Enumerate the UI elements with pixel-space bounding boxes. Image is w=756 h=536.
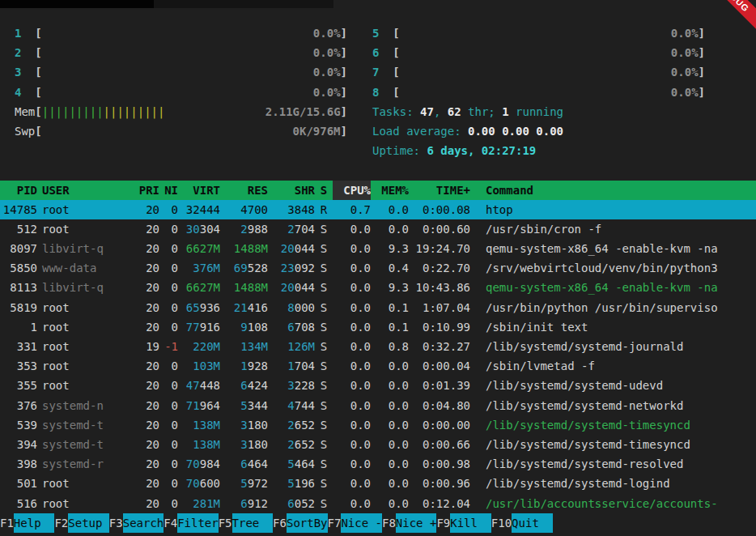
res-cell: 1488M xyxy=(220,278,268,297)
process-row[interactable]: 539systemd-t200138M31802652S0.00.00:00.0… xyxy=(0,415,756,435)
mem-meter-label: Mem xyxy=(15,102,35,121)
pid-cell: 5819 xyxy=(0,298,37,317)
nice-cell: 0 xyxy=(159,239,178,258)
mem-percent-cell: 0.8 xyxy=(371,337,409,356)
window-chrome xyxy=(0,0,756,8)
fkey-F9[interactable]: F9Kill xyxy=(436,513,491,533)
command-cell: /sbin/init text xyxy=(470,317,756,337)
nice-cell: 0 xyxy=(159,356,178,376)
process-row[interactable]: 394systemd-t200138M31802652S0.00.00:00.6… xyxy=(0,435,756,454)
fkey-F2[interactable]: F2Setup xyxy=(54,513,108,533)
fkey-F7[interactable]: F7Nice - xyxy=(328,513,382,533)
virt-cell: 70984 xyxy=(178,454,220,474)
mem-value: 103M xyxy=(193,359,220,372)
column-header-res[interactable]: RES xyxy=(220,181,268,200)
process-row[interactable]: 5819root20065936214168000S0.00.11:07.04/… xyxy=(0,298,756,317)
process-row[interactable]: 5850www-data200376M6952823092S0.00.40:22… xyxy=(0,258,756,278)
column-header-shr[interactable]: SHR xyxy=(268,181,315,200)
mem-value: 134M xyxy=(240,340,268,353)
fkey-F6[interactable]: F6SortBy xyxy=(273,513,327,533)
pid-cell: 353 xyxy=(0,356,37,376)
fkey-key-label: F3 xyxy=(109,513,123,533)
pid-cell: 516 xyxy=(0,494,37,513)
cpu-percent-cell: 0.0 xyxy=(333,356,371,376)
mem-percent-cell: 0.0 xyxy=(371,200,409,219)
process-row[interactable]: 1root2007791691086708S0.00.10:10.99/sbin… xyxy=(0,317,756,337)
column-header-mem[interactable]: MEM% xyxy=(371,181,409,200)
cpu-meter-3-bar xyxy=(42,62,313,82)
shr-cell: 20044 xyxy=(268,239,315,258)
state-cell: S xyxy=(315,258,333,278)
virt-cell: 47448 xyxy=(178,376,220,395)
column-header-user[interactable]: USER xyxy=(37,181,133,200)
fkey-F3[interactable]: F3Search xyxy=(109,513,164,533)
fkey-action-label: Filter xyxy=(177,513,219,533)
time-cell: 0:04.80 xyxy=(409,396,470,415)
meter-open-bracket: [ xyxy=(393,62,399,82)
fkey-F4[interactable]: F4Filter xyxy=(164,513,218,533)
mem-value-mb: 5 xyxy=(240,477,247,490)
shr-cell: 3848 xyxy=(268,200,315,219)
fkey-F8[interactable]: F8Nice + xyxy=(382,513,436,533)
mem-value-kb: 984 xyxy=(200,457,220,470)
mem-value-kb: 912 xyxy=(248,497,268,510)
meter-used-ticks: ||||||||| xyxy=(42,105,104,118)
mem-value-mb: 6 xyxy=(240,497,247,510)
nice-cell: 0 xyxy=(159,415,178,435)
nice-cell: 0 xyxy=(159,454,178,474)
mem-value-kb: 652 xyxy=(295,419,315,432)
state-cell: S xyxy=(315,376,333,395)
column-header-virt[interactable]: VIRT xyxy=(178,181,220,200)
column-header-pid[interactable]: PID xyxy=(0,181,37,200)
process-row[interactable]: 376systemd-n2007196453444744S0.00.00:04.… xyxy=(0,396,756,415)
mem-percent-cell: 0.0 xyxy=(371,494,409,513)
column-header-ni[interactable]: NI xyxy=(159,181,178,200)
priority-cell: 20 xyxy=(133,474,159,493)
process-table-header: PID USER PRI NI VIRT RES SHR S CPU% MEM%… xyxy=(0,181,756,200)
time-cell: 0:00.60 xyxy=(409,219,470,239)
command-cell: qemu-system-x86_64 -enable-kvm -na xyxy=(470,278,756,297)
column-header-pri[interactable]: PRI xyxy=(133,181,159,200)
virt-cell: 220M xyxy=(178,337,220,356)
column-header-cpu-sorted[interactable]: CPU% xyxy=(333,181,371,200)
process-row[interactable]: 14785root2003244447003848R0.70.00:00.08h… xyxy=(0,200,756,219)
fkey-key-label: F2 xyxy=(54,513,68,533)
process-row[interactable]: 398systemd-r2007098464645464S0.00.00:00.… xyxy=(0,454,756,474)
nice-cell: 0 xyxy=(159,435,178,454)
nice-cell: -1 xyxy=(159,337,178,356)
user-cell: root xyxy=(37,376,133,395)
meter-close-bracket: ] xyxy=(699,23,705,43)
process-row[interactable]: 8097libvirt-q2006627M1488M20044S0.09.319… xyxy=(0,239,756,258)
column-header-state[interactable]: S xyxy=(315,181,333,200)
column-header-time[interactable]: TIME+ xyxy=(409,181,470,200)
meter-close-bracket: ] xyxy=(341,83,347,102)
mem-value-kb: 936 xyxy=(200,301,220,314)
cpu-meter-6-value: 0.0% xyxy=(671,43,699,62)
process-row[interactable]: 353root200103M19281704S0.00.00:00.04/sbi… xyxy=(0,356,756,376)
time-cell: 19:24.70 xyxy=(409,239,470,258)
shr-cell: 2704 xyxy=(268,219,315,239)
fkey-F5[interactable]: F5Tree xyxy=(219,513,273,533)
process-row[interactable]: 355root2004744864243228S0.00.00:01.39/li… xyxy=(0,376,756,395)
mem-value-kb: 424 xyxy=(248,379,268,392)
mem-value: 6627M xyxy=(186,281,220,294)
process-row[interactable]: 501root2007060059725196S0.00.00:00.96/li… xyxy=(0,474,756,493)
column-header-command[interactable]: Command xyxy=(470,181,756,200)
user-cell: systemd-r xyxy=(37,454,133,474)
mem-value-mb: 8 xyxy=(287,301,294,314)
virt-cell: 103M xyxy=(178,356,220,376)
process-row[interactable]: 8113libvirt-q2006627M1488M20044S0.09.310… xyxy=(0,278,756,297)
pid-cell: 5850 xyxy=(0,258,37,278)
process-row[interactable]: 516root200281M69126052S0.00.00:12.04/usr… xyxy=(0,494,756,513)
fkey-F10[interactable]: F10Quit xyxy=(491,513,553,533)
summary-right-column: 5[0.0%]6[0.0%]7[0.0%]8[0.0%] Tasks: 47, … xyxy=(372,23,756,160)
cpu-meter-8-value: 0.0% xyxy=(671,83,699,102)
meter-close-bracket: ] xyxy=(341,43,347,62)
cpu-meter-2-label: 2 xyxy=(15,43,35,62)
process-row[interactable]: 512root2003030429882704S0.00.00:00.60/us… xyxy=(0,219,756,239)
priority-cell: 20 xyxy=(133,278,159,297)
fkey-F1[interactable]: F1Help xyxy=(0,513,54,533)
process-row[interactable]: 331root19-1220M134M126MS0.00.80:32.27/li… xyxy=(0,337,756,356)
nice-cell: 0 xyxy=(159,396,178,415)
mem-value-mb: 3 xyxy=(287,203,294,216)
